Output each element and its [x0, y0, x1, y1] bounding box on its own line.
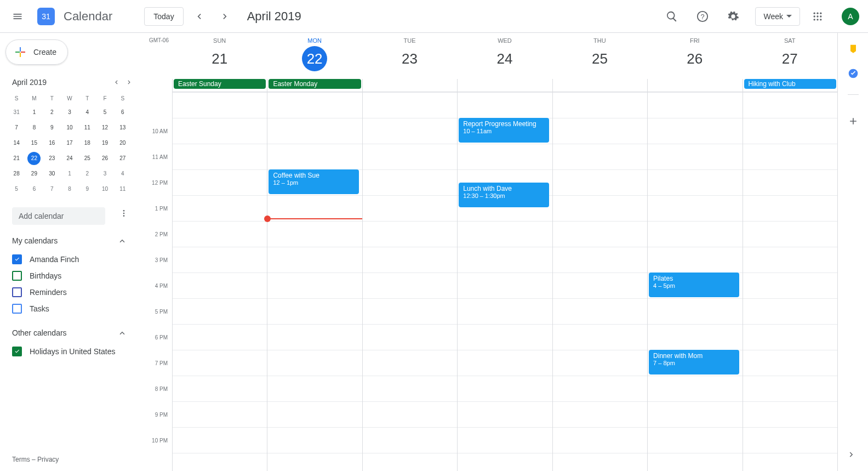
mini-prev-button[interactable]	[110, 76, 123, 89]
allday-cell[interactable]: Easter Sunday	[172, 79, 267, 92]
mini-day-cell[interactable]: 5	[10, 183, 23, 196]
mini-day-cell[interactable]: 23	[45, 152, 59, 165]
allday-cell[interactable]	[647, 79, 742, 92]
mini-day-cell[interactable]: 1	[27, 106, 41, 119]
mini-day-cell[interactable]: 24	[63, 152, 76, 165]
mini-day-cell[interactable]: 10	[63, 121, 76, 134]
day-header[interactable]: TUE23	[362, 33, 457, 79]
allday-cell[interactable]	[362, 79, 457, 92]
my-calendars-toggle[interactable]: My calendars	[12, 236, 127, 246]
mini-day-cell[interactable]: 11	[116, 183, 129, 196]
calendar-event[interactable]: Lunch with Dave12:30 – 1:30pm	[459, 183, 549, 207]
calendar-checkbox[interactable]	[12, 347, 22, 356]
day-header[interactable]: SAT27	[743, 33, 837, 79]
account-avatar[interactable]: A	[842, 8, 859, 25]
next-period-button[interactable]	[216, 8, 234, 25]
day-column[interactable]: Coffee with Sue12 – 1pm	[267, 92, 362, 471]
mini-day-cell[interactable]: 30	[45, 167, 59, 180]
prev-period-button[interactable]	[190, 8, 208, 25]
calendar-checkbox[interactable]	[12, 287, 22, 297]
mini-day-cell[interactable]: 8	[27, 121, 41, 134]
add-calendar-input[interactable]: Add calendar	[12, 207, 105, 225]
calendar-item[interactable]: Birthdays	[12, 268, 127, 284]
allday-cell[interactable]	[457, 79, 552, 92]
mini-day-cell[interactable]: 20	[116, 137, 129, 150]
today-button[interactable]: Today	[144, 7, 183, 26]
mini-day-cell[interactable]: 26	[99, 152, 112, 165]
day-column[interactable]	[743, 92, 837, 471]
apps-button[interactable]	[807, 5, 829, 27]
terms-link[interactable]: Terms	[12, 456, 30, 463]
mini-day-cell[interactable]: 15	[27, 137, 41, 150]
mini-day-cell[interactable]: 7	[45, 183, 59, 196]
mini-day-cell[interactable]: 22	[27, 152, 41, 165]
calendar-checkbox[interactable]	[12, 304, 22, 314]
day-column[interactable]: Pilates4 – 5pmDinner with Mom7 – 8pm	[647, 92, 742, 471]
calendar-item[interactable]: Reminders	[12, 284, 127, 300]
week-grid[interactable]: Coffee with Sue12 – 1pmReport Progress M…	[172, 92, 837, 471]
mini-day-cell[interactable]: 17	[63, 137, 76, 150]
mini-day-cell[interactable]: 6	[27, 183, 41, 196]
add-addon-button[interactable]	[842, 110, 864, 132]
tasks-icon[interactable]	[848, 68, 859, 79]
mini-next-button[interactable]	[123, 76, 136, 89]
day-header[interactable]: FRI26	[647, 33, 742, 79]
calendar-options-button[interactable]	[117, 207, 130, 220]
mini-day-cell[interactable]: 5	[99, 106, 112, 119]
search-button[interactable]	[661, 5, 683, 27]
mini-day-cell[interactable]: 3	[99, 167, 112, 180]
mini-day-cell[interactable]: 29	[27, 167, 41, 180]
mini-day-cell[interactable]: 19	[99, 137, 112, 150]
allday-cell[interactable]: Hiking with Club	[743, 79, 837, 92]
day-column[interactable]	[362, 92, 457, 471]
mini-day-cell[interactable]: 2	[45, 106, 59, 119]
allday-cell[interactable]: Easter Monday	[267, 79, 362, 92]
mini-day-cell[interactable]: 14	[10, 137, 23, 150]
view-selector[interactable]: Week	[755, 7, 800, 26]
calendar-item[interactable]: Amanda Finch	[12, 251, 127, 268]
day-column[interactable]	[552, 92, 647, 471]
mini-day-cell[interactable]: 10	[99, 183, 112, 196]
calendar-event[interactable]: Report Progress Meeting10 – 11am	[459, 118, 549, 143]
allday-event[interactable]: Hiking with Club	[744, 79, 836, 89]
help-button[interactable]: ?	[692, 5, 713, 27]
mini-day-cell[interactable]: 21	[10, 152, 23, 165]
mini-day-cell[interactable]: 7	[10, 121, 23, 134]
mini-day-cell[interactable]: 6	[116, 106, 129, 119]
mini-day-cell[interactable]: 1	[63, 167, 76, 180]
calendar-event[interactable]: Coffee with Sue12 – 1pm	[269, 169, 358, 194]
calendar-item[interactable]: Holidays in United States	[12, 343, 127, 360]
mini-day-cell[interactable]: 18	[81, 137, 94, 150]
main-menu-button[interactable]	[4, 3, 31, 30]
day-header[interactable]: THU25	[552, 33, 647, 79]
mini-day-cell[interactable]: 11	[81, 121, 94, 134]
mini-day-cell[interactable]: 4	[81, 106, 94, 119]
day-header[interactable]: MON22	[267, 33, 362, 79]
mini-day-cell[interactable]: 25	[81, 152, 94, 165]
settings-button[interactable]	[722, 5, 744, 27]
mini-day-cell[interactable]: 3	[63, 106, 76, 119]
mini-day-cell[interactable]: 12	[99, 121, 112, 134]
day-column[interactable]	[172, 92, 267, 471]
mini-day-cell[interactable]: 9	[45, 121, 59, 134]
other-calendars-toggle[interactable]: Other calendars	[12, 328, 127, 338]
mini-day-cell[interactable]: 2	[81, 167, 94, 180]
collapse-panel-button[interactable]	[843, 446, 860, 463]
calendar-event[interactable]: Dinner with Mom7 – 8pm	[649, 350, 739, 374]
calendar-checkbox[interactable]	[12, 271, 22, 281]
mini-day-cell[interactable]: 4	[116, 167, 129, 180]
mini-day-cell[interactable]: 27	[116, 152, 129, 165]
mini-day-cell[interactable]: 28	[10, 167, 23, 180]
calendar-event[interactable]: Pilates4 – 5pm	[649, 273, 739, 297]
mini-day-cell[interactable]: 9	[81, 183, 94, 196]
allday-event[interactable]: Easter Monday	[269, 79, 361, 89]
calendar-item[interactable]: Tasks	[12, 300, 127, 317]
keep-icon[interactable]	[848, 44, 859, 55]
privacy-link[interactable]: Privacy	[37, 456, 59, 463]
day-header[interactable]: WED24	[457, 33, 552, 79]
day-column[interactable]: Report Progress Meeting10 – 11amLunch wi…	[457, 92, 552, 471]
mini-day-cell[interactable]: 31	[10, 106, 23, 119]
mini-day-cell[interactable]: 13	[116, 121, 129, 134]
allday-event[interactable]: Easter Sunday	[174, 79, 266, 89]
allday-cell[interactable]	[552, 79, 647, 92]
